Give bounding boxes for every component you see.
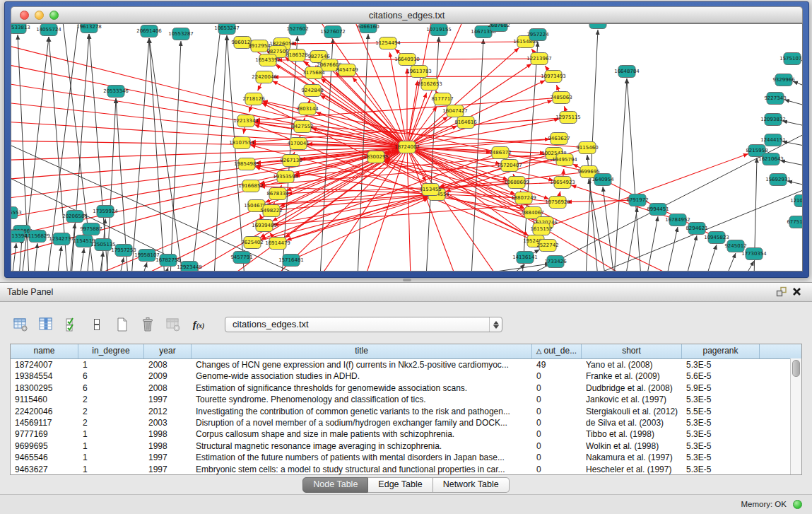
graph-node-label: 16784952 [665, 217, 690, 223]
table-header-row: namein_degreeyeartitle△out_de...shortpag… [11, 344, 801, 359]
table-row[interactable]: 977716911998Corpus callosum shape and si… [11, 428, 801, 440]
table-cell: 1 [78, 452, 144, 463]
panel-resize-handle[interactable] [403, 279, 411, 281]
table-cell: Tibbo et al. (1998) [582, 428, 682, 440]
table-cell: 0 [532, 428, 582, 440]
graph-node-label: 8994451 [647, 206, 669, 212]
table-column-header[interactable]: short [582, 344, 682, 358]
table-cell: 1 [78, 428, 144, 440]
table-panel-header: Table Panel [0, 283, 812, 302]
table-cell: 0 [532, 370, 582, 382]
graph-node-label: 12342737 [49, 236, 74, 242]
table-cell: 0 [532, 440, 582, 452]
table-column-header[interactable]: name [11, 344, 78, 358]
table-select-value: citations_edges.txt [233, 317, 309, 332]
graph-node-label: 18807249 [511, 195, 536, 201]
delete-table-button[interactable] [164, 315, 182, 334]
table-row[interactable]: 2242004622012Investigating the contribut… [11, 406, 801, 417]
table-row[interactable]: 911546021997Tourette syndrome. Phenomeno… [11, 394, 801, 405]
table-cell: 1997 [144, 464, 192, 475]
graph-node-label: 14136141 [512, 255, 538, 260]
graph-node-label: 19166852 [238, 183, 264, 189]
scrollbar-thumb[interactable] [792, 360, 800, 377]
table-cell: 49 [532, 359, 582, 370]
table-column-header[interactable]: △out_de... [532, 344, 582, 358]
table-row[interactable]: 1872400712008Changes of HCN gene express… [11, 359, 801, 370]
table-cell: 18724007 [11, 359, 78, 370]
table-cell: 9463627 [11, 464, 78, 475]
new-table-button[interactable] [113, 315, 131, 334]
table-row[interactable]: 1456911722003Disruption of a novel membe… [11, 417, 801, 428]
network-canvas[interactable]: 1872400718300295193845549860123891295418… [11, 23, 803, 271]
table-panel: Table Panel [0, 282, 812, 496]
graph-node-label: 6791972 [626, 197, 648, 203]
graph-node-label: 16648784 [614, 69, 640, 74]
delete-table-disabled-icon [165, 316, 182, 333]
table-cell: 1998 [144, 428, 192, 440]
table-cell: Yano et al. (2008) [582, 359, 682, 370]
graph-node-label: 8177717 [431, 96, 453, 102]
close-panel-icon[interactable] [792, 286, 805, 298]
table-cell: 0 [532, 452, 582, 463]
graph-node-label: 20533813 [11, 25, 30, 30]
table-cell: 22420046 [11, 406, 78, 417]
table-mode-button[interactable] [11, 315, 30, 334]
table-column-header[interactable]: in_degree [78, 344, 144, 358]
graph-node-label: 1733426 [544, 259, 567, 264]
table-cell: 5.3E-5 [682, 452, 760, 463]
graph-node-label: 10553287 [168, 31, 194, 37]
table-row[interactable]: 946554611997Estimation of the future num… [11, 452, 801, 463]
table-cell: Wolkin et al. (1998) [582, 440, 682, 452]
table-select-dropdown[interactable]: citations_edges.txt [225, 317, 502, 332]
graph-node-label: 18724007 [394, 144, 420, 150]
table-cell: 5.3E-5 [682, 394, 760, 405]
table-cell: Corpus callosum shape and size in male p… [192, 428, 532, 440]
table-cell: 5.5E-5 [682, 406, 760, 417]
show-column-button[interactable] [37, 315, 55, 334]
fx-icon: f(x) [193, 319, 205, 331]
vertical-scrollbar[interactable] [790, 358, 801, 474]
graph-node-label: 10973493 [541, 74, 566, 79]
table-row[interactable]: 946362711997Embryonic stem cells: a mode… [11, 464, 801, 475]
graph-node-label: 11254494 [375, 40, 401, 46]
node-table: namein_degreeyeartitle△out_de...shortpag… [10, 344, 802, 475]
tab-network-table[interactable]: Network Table [433, 477, 510, 493]
graph-node-label: 19854985 [234, 161, 259, 167]
table-column-header[interactable]: year [144, 344, 192, 358]
memory-ok-indicator-icon[interactable] [793, 500, 802, 509]
graph-node-label: 1640954 [592, 177, 614, 182]
graph-node-label: 15276072 [320, 29, 346, 35]
table-row[interactable]: 969969511998Structural magnetic resonanc… [11, 440, 801, 452]
table-cell: 0 [532, 382, 582, 394]
tab-edge-table[interactable]: Edge Table [368, 477, 433, 493]
table-cell: Disruption of a novel member of a sodium… [192, 417, 532, 428]
graph-node-label: 16210643 [758, 156, 784, 162]
table-column-header[interactable]: title [192, 344, 532, 358]
graph-node-label: 19654923 [550, 180, 575, 185]
graph-node-label: 8164616 [454, 119, 477, 125]
delete-button[interactable] [139, 315, 157, 334]
table-cell: 2 [78, 406, 144, 417]
graph-node-label: 12103654 [790, 198, 802, 204]
citation-network-graph[interactable]: 1872400718300295193845549860123891295418… [11, 24, 802, 271]
graph-node-label: 16939489 [252, 223, 277, 228]
table-row[interactable]: 1938455462009Genome-wide association stu… [11, 370, 801, 382]
table-cell: 19384554 [11, 370, 78, 382]
window-titlebar[interactable]: citations_edges.txt [11, 6, 803, 23]
function-builder-button[interactable]: f(x) [189, 315, 208, 334]
float-panel-icon[interactable] [775, 286, 788, 298]
graph-node-label: 2803144 [296, 106, 319, 112]
graph-node-label: 8454749 [336, 67, 358, 73]
rows-button[interactable] [88, 315, 106, 334]
table-column-header[interactable]: pagerank [682, 344, 760, 358]
trash-icon [139, 316, 156, 333]
tab-node-table[interactable]: Node Table [302, 477, 368, 493]
graph-node-label: 18300295 [363, 154, 389, 160]
select-columns-button[interactable] [62, 315, 81, 334]
table-cell: 1997 [144, 452, 192, 463]
table-cell: 9777169 [11, 428, 78, 440]
table-row[interactable]: 1830029562008Estimation of significance … [11, 382, 801, 394]
status-bar: Memory: OK [0, 494, 812, 514]
table-cell: 1 [78, 464, 144, 475]
table-cell: 9465546 [11, 452, 78, 463]
